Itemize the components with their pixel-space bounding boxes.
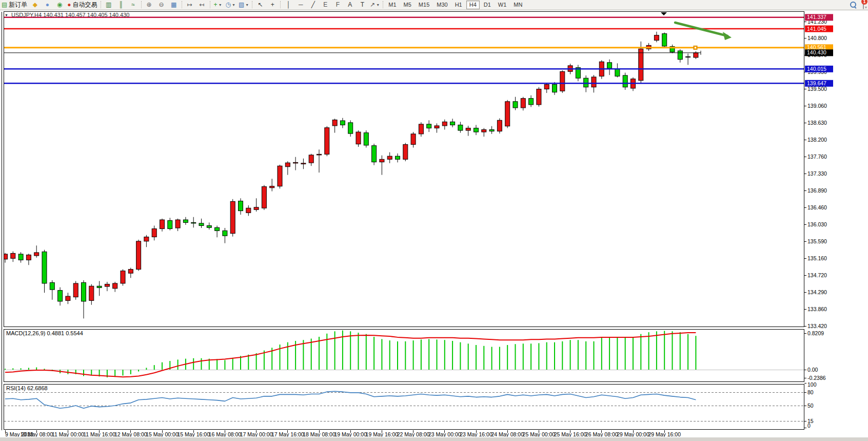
candle-body: [521, 99, 525, 108]
candle-body: [466, 128, 470, 130]
candle-body: [489, 130, 494, 131]
community-button[interactable]: ●: [42, 0, 53, 10]
label-button[interactable]: T: [357, 0, 368, 10]
text-button[interactable]: A: [344, 0, 356, 10]
price-tick-label: 137.330: [807, 170, 827, 177]
dropdown-caret-icon: ▼: [376, 3, 380, 7]
candle: [560, 70, 565, 93]
trendline-button[interactable]: ╱: [307, 0, 319, 10]
candle-body: [73, 283, 78, 297]
toolbar-buttons: ▤新订单◆●◉●自动交易▥║≈⊕⊖▦↦↤+▼◷▼▧▼↖+│─╱EFAT↗▼: [0, 0, 381, 10]
zoom-in-button[interactable]: ⊕: [144, 0, 155, 10]
search-icon[interactable]: [850, 2, 857, 8]
toolbar-separator: [141, 1, 142, 8]
candle-body: [403, 144, 408, 159]
candle-body: [505, 102, 510, 126]
candle-body: [136, 241, 141, 270]
candle-body: [293, 162, 298, 163]
candle-body: [411, 134, 416, 145]
candle-body: [435, 126, 439, 128]
line-chart-icon: ≈: [131, 1, 135, 9]
candle: [278, 165, 282, 188]
crosshair-button[interactable]: +: [267, 0, 278, 10]
indicators-button[interactable]: +▼: [212, 0, 224, 10]
candlestick-chart-button[interactable]: ║: [115, 0, 127, 10]
candle-body: [113, 283, 117, 289]
timeframe-w1-button[interactable]: W1: [495, 1, 510, 9]
timeframe-h1-button[interactable]: H1: [452, 1, 465, 9]
zoom-in-icon: ⊕: [147, 1, 152, 9]
bars-chart-button[interactable]: ▥: [103, 0, 114, 10]
horizontal-line-button[interactable]: ─: [295, 0, 306, 10]
candle-body: [678, 51, 682, 60]
candle-body: [686, 56, 691, 57]
price-badge-value: 140.015: [807, 66, 826, 72]
timeframe-m30-button[interactable]: M30: [433, 1, 450, 9]
main-toolbar: ▤新订单◆●◉●自动交易▥║≈⊕⊖▦↦↤+▼◷▼▧▼↖+│─╱EFAT↗▼ M1…: [0, 0, 868, 10]
candle-body: [419, 124, 423, 134]
price-badge-value: 139.647: [807, 80, 826, 86]
auto-scroll-icon: ↦: [187, 1, 192, 9]
timeframe-m5-button[interactable]: M5: [401, 1, 415, 9]
arrows-button[interactable]: ↗▼: [369, 0, 381, 10]
chat-button[interactable]: 1: [863, 2, 864, 9]
candle: [262, 185, 266, 210]
candle-body: [529, 99, 534, 105]
candle-body: [18, 254, 23, 260]
zoom-out-icon: ⊖: [159, 1, 164, 9]
templates-button[interactable]: ▧▼: [238, 0, 250, 10]
macd-axis-label: 0.8209: [807, 330, 824, 336]
community-icon: ●: [46, 1, 49, 9]
timeframe-m15-button[interactable]: M15: [416, 1, 432, 9]
candle-body: [584, 78, 588, 87]
candle-body: [223, 231, 227, 236]
rsi-axis-label: 100: [807, 381, 817, 388]
autotrade-button[interactable]: ●自动交易: [66, 0, 98, 10]
tile-windows-button[interactable]: ▦: [168, 0, 180, 10]
timeframe-h4-button[interactable]: H4: [466, 1, 480, 9]
auto-scroll-button[interactable]: ↦: [184, 0, 195, 10]
line-chart-button[interactable]: ≈: [128, 0, 139, 10]
candle-body: [128, 270, 133, 274]
new-order-button[interactable]: ▤新订单: [1, 0, 28, 10]
chart-shift-button[interactable]: ↤: [196, 0, 208, 10]
metaeditor-button[interactable]: ◆: [29, 0, 41, 10]
chart-area[interactable]: ▼USDJPY,H4 140.431 140.457 140.405 140.4…: [0, 0, 868, 441]
timeframe-m1-button[interactable]: M1: [385, 1, 399, 9]
candle-body: [121, 271, 125, 283]
tile-windows-icon: ▦: [171, 1, 176, 9]
toolbar-separator: [182, 1, 182, 8]
autotrade-button-label: 自动交易: [73, 1, 97, 9]
candle-body: [58, 291, 63, 301]
channel-button[interactable]: E: [320, 0, 331, 10]
trendline-icon: ╱: [311, 1, 315, 9]
candle: [325, 126, 329, 157]
price-tick-label: 136.030: [807, 221, 827, 227]
text-icon: A: [348, 1, 352, 9]
mt4-window: ▤新订单◆●◉●自动交易▥║≈⊕⊖▦↦↤+▼◷▼▧▼↖+│─╱EFAT↗▼ M1…: [0, 0, 868, 441]
candle-body: [309, 155, 313, 163]
candlestick-chart-icon: ║: [119, 1, 123, 9]
candle-body: [450, 122, 455, 125]
candle: [364, 130, 368, 147]
fibonacci-button[interactable]: F: [332, 0, 343, 10]
rsi-pane: [4, 385, 804, 430]
autotrade-icon: ●: [67, 1, 71, 9]
indicators-icon: +: [214, 1, 218, 9]
timeframe-d1-button[interactable]: D1: [481, 1, 494, 9]
signals-button[interactable]: ◉: [54, 0, 65, 10]
candle-body: [497, 120, 502, 131]
label-icon: T: [361, 1, 364, 9]
toolbar-separator: [101, 1, 101, 8]
candle-body: [66, 296, 70, 300]
candle-body: [183, 220, 188, 222]
price-badge: 140.430: [805, 49, 833, 56]
timeframe-mn-button[interactable]: MN: [510, 1, 525, 9]
signals-icon: ◉: [57, 1, 62, 9]
candle-body: [254, 207, 259, 210]
vertical-line-button[interactable]: │: [283, 0, 294, 10]
candle-body: [160, 220, 165, 228]
periods-button[interactable]: ◷▼: [225, 0, 236, 10]
zoom-out-button[interactable]: ⊖: [156, 0, 167, 10]
cursor-button[interactable]: ↖: [254, 0, 266, 10]
